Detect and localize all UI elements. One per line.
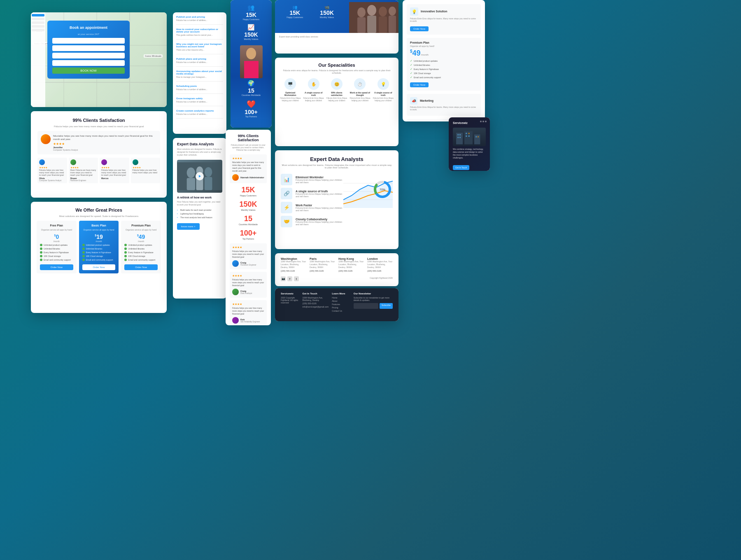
menu-dots[interactable] — [480, 121, 487, 122]
appointment-subtitle: at your service 24/7 — [52, 33, 125, 35]
svg-rect-26 — [379, 16, 387, 33]
nav-item-3[interactable] — [32, 21, 44, 24]
svg-point-11 — [187, 168, 195, 178]
footer-link-4[interactable]: Contact Us — [332, 310, 350, 312]
newsletter-email-input[interactable] — [354, 303, 378, 309]
tier-basic-feature-2: Every feature in Figmabase — [82, 251, 116, 254]
hero-stat-0-number: 15K — [243, 12, 259, 18]
appointment-form: Book an appointment at your service 24/7… — [47, 21, 130, 79]
feature-icon-2: ⚡ — [281, 202, 292, 213]
sat-stat-1-num: 150K — [230, 200, 267, 209]
svg-rect-45 — [468, 135, 470, 137]
appointment-date-input[interactable] — [52, 53, 125, 58]
tier-free-desc: Organize service all apps by hand — [40, 229, 73, 231]
faq-item-2[interactable]: Why you might not see your Instagram bus… — [176, 43, 223, 54]
card-satisfaction-center: 99% Clients Satisfaction Fiducia doesn't… — [226, 130, 271, 325]
review-avatar-1 — [70, 159, 76, 165]
p-feature-3: ✓10K Cloud storage — [410, 72, 478, 75]
facebook-icon[interactable]: f — [287, 276, 292, 281]
sat-center-sub: Fiducia doesn't ask an answer to your qu… — [230, 144, 267, 151]
social-icons: 📷 f t — [281, 276, 299, 281]
footer-links-title: Learn More — [332, 292, 350, 295]
spec-item-1: ✋ A single source of truth Fiducia Enim … — [303, 78, 324, 102]
tier-free-feature-2: Every feature in Figmabase — [40, 251, 73, 254]
tier-premium-btn[interactable]: Order Now — [124, 264, 158, 270]
faq-item-7[interactable]: Create custom analytics reports Fiducia … — [176, 110, 223, 119]
p-feature-1: ✓Unlimited libraries — [410, 63, 478, 67]
faq-answer-6: Fiducia has a number of abilities... — [176, 100, 223, 103]
instagram-icon[interactable]: 📷 — [281, 276, 286, 281]
newsletter-submit-button[interactable]: Subscribe — [380, 303, 393, 309]
hero-stat-3-number: 100+ — [245, 109, 258, 115]
faq-question-7: Create custom analytics reports — [176, 110, 223, 112]
tier-free-btn[interactable]: Order Now — [40, 264, 73, 270]
feature-icon-0: 📊 — [281, 174, 292, 185]
specialities-title: Our Speacialities — [280, 63, 394, 68]
footer-link-1[interactable]: About — [332, 300, 350, 302]
spec-desc-1: Fiducia Enim Eros Aliqua helping your ch… — [303, 97, 324, 102]
spec-icon-2: 😊 — [331, 78, 343, 90]
spec-name-0: Optimized Workstation — [280, 91, 301, 96]
feature-desc-1: Fiducia Enim Eros Aliqua helping your ch… — [296, 193, 343, 198]
appointment-message-input[interactable] — [52, 60, 125, 66]
tier-basic-name: Basic Plan — [82, 224, 116, 227]
sat-stat-2-label: Countries Worldwide — [230, 223, 267, 226]
review-avatar-0 — [39, 159, 45, 165]
feature-icon-3: 🤝 — [281, 216, 292, 227]
card-pricing-left: We Offer Great Prices Most solutions are… — [31, 202, 167, 313]
innovative-btn[interactable]: Order Now — [410, 26, 429, 31]
premium-right-btn[interactable]: Order Now — [410, 82, 429, 87]
play-button[interactable] — [196, 172, 204, 180]
appointment-name-input[interactable] — [52, 38, 125, 44]
tier-premium-feature-4: Email and community support — [124, 259, 158, 261]
expert-left-title: Expert Data Analysts — [177, 142, 222, 146]
review-item-0: ★★★★ Fiducia helps you see how many more… — [37, 158, 67, 183]
twitter-icon[interactable]: t — [294, 276, 299, 281]
sat-stat-1: 150K Monthly Visitors — [230, 200, 267, 211]
expert-left-btn[interactable]: know more > — [177, 223, 200, 230]
tier-basic-btn[interactable]: Order Now — [82, 264, 116, 270]
faq-item-5[interactable]: Scheduling posts Fiducia has a number of… — [176, 85, 223, 94]
sat-review-1-avatar — [232, 289, 239, 295]
footer-link-2[interactable]: Features — [332, 303, 350, 306]
hero-stat-3: ❤️ 100+ Top Partners — [245, 100, 258, 118]
svg-marker-17 — [199, 175, 201, 177]
faq-item-1[interactable]: How to control your subscription or dele… — [176, 28, 223, 40]
footer-link-3[interactable]: Pricing — [332, 306, 350, 309]
marketing-desc: Fiducia Enim Eros Aliqua for teams. Many… — [410, 106, 478, 111]
nav-item-5[interactable] — [32, 29, 44, 31]
tier-premium-feature-3: 10K Cloud storage — [124, 255, 158, 257]
footer-contact-email: info@serviceget@gmail.com — [302, 306, 329, 308]
spec-name-3: Work at the speed of thought — [350, 91, 370, 96]
premium-right-desc: Organize all apps by hand! — [410, 45, 478, 47]
faq-item-0[interactable]: Publish post and pricing Fiducia has a n… — [176, 16, 223, 25]
servicewiz-cta-button[interactable]: Get In Touch — [453, 165, 469, 170]
card-locations: Washington 1099 Washington Ave, Your Loc… — [275, 253, 398, 286]
nav-item-4[interactable] — [32, 25, 44, 28]
location-3: London 1099 Washington Ave, Your Locatio… — [367, 257, 393, 272]
card-satisfaction-left: 99% Clients Satisfaction Fiducia helps y… — [31, 111, 167, 198]
review-text-3: Fiducia helps you see how many more step… — [133, 169, 159, 174]
sat-stat-0-num: 15K — [230, 186, 267, 194]
tier-premium-price: $49 — [137, 233, 145, 240]
faq-item-6[interactable]: Grow instagram safely Fiducia has a numb… — [176, 97, 223, 106]
review-role-1: Hardware Engineer — [70, 180, 97, 182]
hero-stat-2-label: Countries Worldwide — [242, 94, 261, 96]
faq-item-4[interactable]: Announcing updates about your social med… — [176, 70, 223, 82]
faq-answer-1: This guide outlines how to cancel your..… — [176, 34, 223, 37]
faq-item-3[interactable]: Publish plans and pricing Fiducia has a … — [176, 58, 223, 67]
location-city-0: Washington — [281, 257, 306, 260]
sat-stat-2-num: 15 — [230, 215, 267, 223]
nav-item-2[interactable] — [32, 18, 44, 20]
footer-link-0[interactable]: Home — [332, 296, 350, 299]
price-tier-free: Free Plan Organize service all apps by h… — [37, 221, 77, 273]
review-item-2: ★★★★ Fiducia helps you see how many more… — [100, 158, 129, 183]
appointment-phone-input[interactable] — [52, 45, 125, 51]
sat-stat-3: 100+ Top Partners — [230, 229, 267, 240]
dot-2 — [482, 121, 484, 122]
appointment-submit-button[interactable]: BOOK NOW — [52, 68, 125, 74]
svg-text:70%: 70% — [380, 188, 385, 191]
team-stat-1: 📹 150K Monthly Videos — [320, 5, 334, 19]
card-pricing-right: 💡 Innovative Solution Fiducia Enim Eros … — [403, 0, 485, 121]
nav-item-1[interactable] — [32, 14, 44, 16]
